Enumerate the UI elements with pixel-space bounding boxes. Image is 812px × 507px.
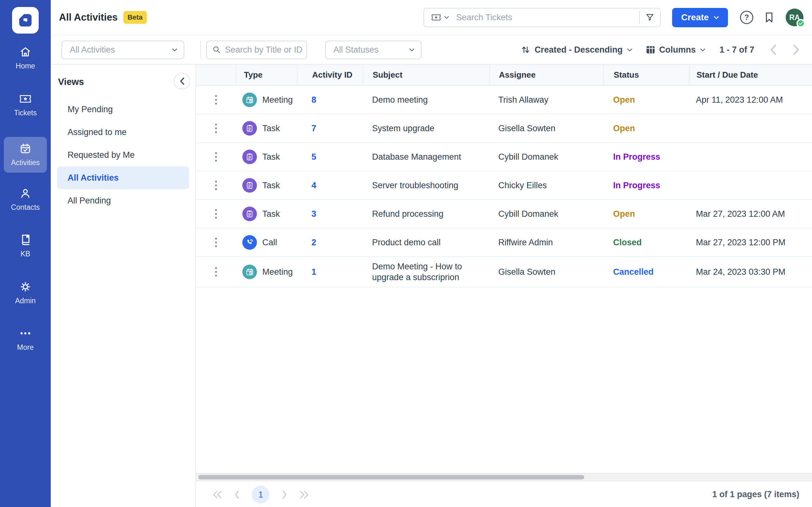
gear-icon (0, 280, 51, 293)
table-row[interactable]: Task 4 Server troubleshooting Chicky Eil… (196, 171, 812, 200)
current-page-button[interactable]: 1 (252, 486, 270, 504)
subject-cell: Demo Meeting - How to upgrade a subscrip… (372, 261, 490, 283)
type-icon (242, 207, 257, 221)
status-badge: In Progress (613, 152, 660, 162)
search-scope-dropdown[interactable] (431, 14, 449, 21)
subject-cell: System upgrade (372, 123, 442, 134)
table-row[interactable]: Meeting 1 Demo Meeting - How to upgrade … (196, 257, 812, 287)
beta-badge: Beta (123, 11, 147, 24)
chevron-left-icon (769, 44, 777, 55)
table-search-input[interactable]: Search by Title or ID (206, 41, 307, 59)
sidebar-item-admin[interactable]: Admin (0, 280, 51, 305)
view-item-assigned-to-me[interactable]: Assigned to me (57, 121, 189, 144)
view-item-label: All Activities (67, 173, 119, 183)
sidebar-item-more[interactable]: More (0, 327, 51, 352)
first-page-button[interactable] (212, 490, 222, 499)
chevron-down-icon (409, 48, 415, 52)
page-title: All Activities (59, 12, 118, 23)
list-toolbar: All Activities Search by Title or ID All… (51, 36, 812, 65)
activity-id-link[interactable]: 3 (311, 209, 316, 219)
row-menu-button[interactable] (212, 178, 219, 193)
columns-label: Columns (659, 45, 696, 55)
sidebar-item-kb[interactable]: KB (0, 233, 51, 258)
activity-id-link[interactable]: 1 (311, 267, 316, 277)
chevron-left-icon (234, 490, 240, 499)
view-item-all-pending[interactable]: All Pending (57, 189, 189, 212)
sidebar-item-activities[interactable]: Activities (4, 137, 47, 173)
create-button[interactable]: Create (672, 8, 728, 27)
double-chevron-left-icon (212, 490, 222, 499)
view-item-my-pending[interactable]: My Pending (57, 98, 189, 121)
app-screen: Home Tickets Activities (0, 0, 812, 507)
table-row[interactable]: Task 3 Refund processing Cybill Domanek … (196, 200, 812, 228)
row-menu-button[interactable] (212, 121, 219, 135)
table-row[interactable]: Task 7 System upgrade Gisella Sowten Ope… (196, 114, 812, 143)
assignee-cell: Gisella Sowten (498, 124, 555, 133)
table-row[interactable]: Call 2 Product demo call Riffwire Admin … (196, 228, 812, 257)
column-header-subject: Subject (362, 65, 490, 85)
next-page-button[interactable] (792, 44, 800, 55)
app-logo (12, 7, 39, 34)
ellipsis-icon (0, 327, 51, 340)
table-footer: 1 1 of 1 pages (7 items) (196, 482, 812, 507)
sidebar-item-label: Activities (4, 158, 47, 167)
status-filter-value: All Statuses (334, 45, 409, 55)
sidebar-item-home[interactable]: Home (0, 45, 51, 70)
view-item-label: All Pending (67, 196, 111, 206)
activity-id-link[interactable]: 4 (311, 181, 316, 190)
row-menu-button[interactable] (212, 235, 219, 250)
view-item-all-activities[interactable]: All Activities (57, 166, 189, 189)
view-item-requested-by-me[interactable]: Requested by Me (57, 144, 189, 166)
record-range-label: 1 - 7 of 7 (719, 45, 754, 55)
horizontal-scrollbar[interactable] (196, 473, 812, 481)
sidebar-item-tickets[interactable]: Tickets (0, 92, 51, 117)
previous-page-button[interactable] (234, 490, 240, 499)
scrollbar-thumb[interactable] (198, 475, 584, 480)
subject-cell: Demo meeting (372, 95, 436, 105)
row-menu-button[interactable] (212, 265, 219, 279)
column-header-assignee: Assignee (490, 65, 603, 85)
person-icon (0, 187, 51, 200)
row-menu-button[interactable] (212, 207, 219, 221)
prev-page-button[interactable] (769, 44, 777, 55)
book-icon (0, 233, 51, 246)
due-date-cell: Mar 27, 2023 12:00 PM (696, 238, 785, 247)
row-menu-button[interactable] (212, 93, 219, 107)
activity-id-link[interactable]: 7 (311, 124, 316, 133)
activity-id-link[interactable]: 8 (311, 95, 316, 105)
table-row[interactable]: Meeting 8 Demo meeting Trish Allaway Ope… (196, 86, 812, 114)
chevron-left-icon (180, 77, 185, 85)
chevron-down-icon (444, 16, 449, 19)
help-button[interactable]: ? (740, 11, 753, 24)
columns-control[interactable]: Columns (646, 45, 706, 55)
status-badge: Open (613, 95, 635, 105)
subject-cell: Database Management (372, 152, 469, 162)
assignee-cell: Trish Allaway (498, 95, 548, 105)
type-label: Meeting (262, 267, 293, 277)
last-page-button[interactable] (299, 490, 309, 499)
ticket-icon (431, 14, 441, 21)
global-search-input[interactable]: Search Tickets (423, 8, 661, 27)
ticket-icon (0, 92, 51, 106)
activity-id-link[interactable]: 2 (311, 238, 316, 247)
sidebar-item-contacts[interactable]: Contacts (0, 187, 51, 212)
sort-control[interactable]: Created - Descending (520, 45, 632, 55)
next-page-button-footer[interactable] (282, 490, 287, 499)
toolbar-divider (200, 41, 201, 59)
sidebar-item-label: Home (0, 62, 51, 70)
type-icon (242, 265, 257, 279)
status-filter-select[interactable]: All Statuses (325, 41, 421, 59)
column-header-date: Start / Due Date (689, 65, 812, 85)
search-placeholder: Search Tickets (456, 13, 639, 22)
table-row[interactable]: Task 5 Database Management Cybill Domane… (196, 143, 812, 171)
view-item-label: My Pending (67, 105, 113, 114)
bookmark-button[interactable] (765, 12, 774, 23)
columns-icon (646, 45, 655, 55)
row-menu-button[interactable] (212, 150, 219, 164)
type-label: Task (262, 209, 280, 219)
filter-icon[interactable] (646, 13, 654, 22)
activity-id-link[interactable]: 5 (311, 152, 316, 162)
collapse-panel-button[interactable] (174, 73, 190, 89)
avatar[interactable]: RA (786, 9, 803, 26)
activity-view-select[interactable]: All Activities (61, 41, 184, 59)
